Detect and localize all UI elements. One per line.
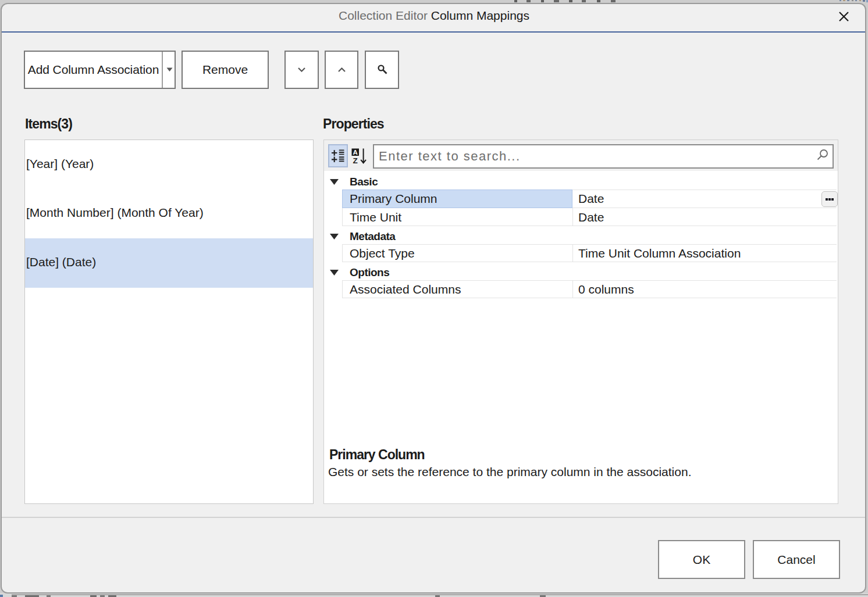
svg-text:A: A (353, 149, 358, 156)
svg-text:Z: Z (353, 156, 358, 165)
